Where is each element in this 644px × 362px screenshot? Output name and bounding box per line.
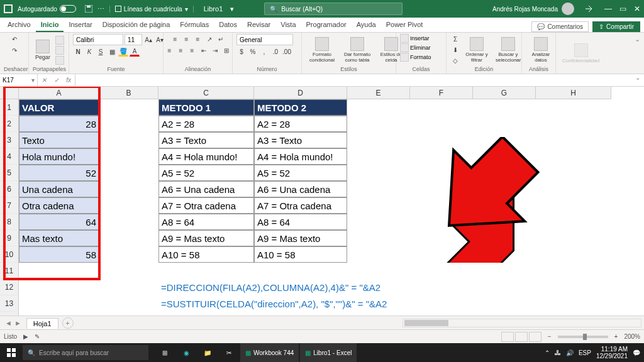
indent-dec-icon[interactable]: ⇤ — [199, 45, 209, 55]
explorer-icon[interactable]: 📁 — [197, 343, 218, 362]
paste-button[interactable]: Pegar — [33, 38, 53, 62]
conditional-format-button[interactable]: Formato condicional — [306, 36, 338, 64]
fx-icon[interactable]: fx — [66, 77, 71, 84]
col-header-C[interactable]: C — [158, 87, 254, 99]
redo-button[interactable]: ↷ — [9, 45, 19, 55]
ribbon-mode-icon[interactable] — [584, 4, 593, 13]
cell-C12[interactable]: =DIRECCION(FILA(A2),COLUMNA(A2),4)&" = "… — [158, 279, 473, 295]
col-header-E[interactable]: E — [347, 87, 410, 99]
analyze-data-button[interactable]: Analizar datos — [526, 36, 556, 64]
tray-up-icon[interactable]: ⌃ — [545, 349, 550, 356]
accessibility-icon[interactable]: ✎ — [35, 333, 40, 340]
menu-tab-inicio[interactable]: Inicio — [36, 18, 64, 32]
font-color-icon[interactable]: A — [130, 47, 140, 57]
col-header-F[interactable]: F — [410, 87, 473, 99]
cell-C8[interactable]: A8 = 64 — [158, 214, 254, 230]
format-cells-button[interactable]: Formato — [400, 53, 431, 62]
close-button[interactable]: ✕ — [634, 4, 640, 13]
cell-D3[interactable]: A3 = Texto — [254, 132, 347, 148]
col-header-H[interactable]: H — [536, 87, 611, 99]
notifications-icon[interactable]: 💬 — [633, 349, 640, 356]
network-icon[interactable]: 🖧 — [555, 349, 561, 356]
cell-C2[interactable]: A2 = 28 — [158, 116, 254, 132]
bold-button[interactable]: N — [73, 47, 83, 57]
normal-view-button[interactable] — [501, 332, 514, 342]
cell-A9[interactable]: Mas texto — [19, 230, 99, 246]
cell-C9[interactable]: A9 = Mas texto — [158, 230, 254, 246]
autosum-icon[interactable]: Σ — [450, 35, 460, 45]
menu-tab-vista[interactable]: Vista — [275, 18, 301, 32]
row-header-5[interactable]: 5 — [0, 165, 19, 181]
qat-more-icon[interactable]: ⋯ — [97, 5, 104, 13]
cell-D2[interactable]: A2 = 28 — [254, 116, 347, 132]
taskbar-excel-workbook[interactable]: ▦Workbook 744 — [240, 343, 299, 362]
inc-decimal-icon[interactable]: .0 — [270, 47, 280, 57]
orientation-icon[interactable]: ↗ — [204, 34, 214, 44]
zoom-out-button[interactable]: − — [548, 333, 552, 340]
sheet-tab-active[interactable]: Hoja1 — [26, 318, 58, 329]
menu-tab-insertar[interactable]: Insertar — [64, 18, 97, 32]
font-size-select[interactable] — [125, 34, 142, 45]
zoom-level[interactable]: 200% — [624, 333, 640, 340]
prev-sheet-icon[interactable]: ◄ — [5, 319, 12, 327]
italic-button[interactable]: K — [84, 47, 94, 57]
menu-tab-datos[interactable]: Datos — [214, 18, 242, 32]
cell-D4[interactable]: A4 = Hola mundo! — [254, 148, 347, 165]
cell-A3[interactable]: Texto — [19, 132, 99, 148]
zoom-in-button[interactable]: + — [614, 333, 618, 340]
expand-formula-icon[interactable]: ⌄ — [631, 74, 644, 86]
row-header-9[interactable]: 9 — [0, 230, 19, 246]
find-select-button[interactable]: Buscar y seleccionar — [493, 36, 523, 64]
clear-icon[interactable]: ◇ — [450, 56, 460, 66]
cell-A7[interactable]: Otra cadena — [19, 197, 99, 214]
cell-C4[interactable]: A4 = Hola mundo! — [158, 148, 254, 165]
col-header-D[interactable]: D — [254, 87, 347, 99]
row-header-10[interactable]: 10 — [0, 246, 19, 263]
taskbar-search[interactable]: 🔍 Escribe aquí para buscar — [23, 345, 148, 360]
horizontal-scrollbar[interactable] — [402, 319, 641, 327]
menu-tab-fórmulas[interactable]: Fórmulas — [175, 18, 214, 32]
menu-tab-programador[interactable]: Programador — [301, 18, 352, 32]
doc-dropdown-icon[interactable]: ▾ — [230, 5, 234, 13]
maximize-button[interactable]: ▭ — [619, 4, 626, 13]
align-bot-icon[interactable]: ≡ — [193, 34, 203, 44]
format-painter-icon[interactable] — [55, 56, 64, 65]
collapse-ribbon-icon[interactable]: ⌄ — [631, 33, 644, 74]
cell-C5[interactable]: A5 = 52 — [158, 165, 254, 181]
menu-tab-revisar[interactable]: Revisar — [242, 18, 275, 32]
page-layout-button[interactable] — [515, 332, 528, 342]
cell-C6[interactable]: A6 = Una cadena — [158, 181, 254, 197]
snip-icon[interactable]: ✂ — [219, 343, 239, 362]
wrap-text-icon[interactable]: ↵ — [216, 34, 226, 44]
gridlines-dropdown[interactable]: Líneas de cuadrícula ▾ — [109, 6, 194, 13]
cell-D1[interactable]: METODO 2 — [254, 99, 347, 116]
align-center-icon[interactable]: ≡ — [176, 45, 186, 55]
fill-color-icon[interactable]: 🪣 — [118, 47, 128, 57]
share-button[interactable]: ⇪ Compartir — [592, 21, 640, 32]
undo-button[interactable]: ↶ — [9, 34, 19, 44]
row-header-11[interactable]: 11 — [0, 263, 19, 279]
indent-inc-icon[interactable]: ⇥ — [210, 45, 220, 55]
cell-C1[interactable]: METODO 1 — [158, 99, 254, 116]
clock[interactable]: 11:19 AM 12/29/2021 — [596, 346, 628, 359]
number-format-select[interactable] — [236, 34, 293, 45]
sort-filter-button[interactable]: Ordenar y filtrar — [463, 36, 491, 64]
cell-C3[interactable]: A3 = Texto — [158, 132, 254, 148]
underline-button[interactable]: S — [96, 47, 106, 57]
cell-A10[interactable]: 58 — [19, 246, 99, 263]
border-icon[interactable]: ▦ — [107, 47, 117, 57]
merge-icon[interactable]: ⊞ — [221, 45, 231, 55]
cell-D5[interactable]: A5 = 52 — [254, 165, 347, 181]
align-left-icon[interactable]: ≡ — [165, 45, 175, 55]
cell-D9[interactable]: A9 = Mas texto — [254, 230, 347, 246]
cancel-formula-icon[interactable]: ✕ — [42, 77, 47, 84]
edge-icon[interactable]: ◉ — [176, 343, 196, 362]
cell-C13[interactable]: =SUSTITUIR(CELDA("direccion",A2), "$",""… — [158, 295, 473, 312]
row-header-13[interactable]: 13 — [0, 295, 19, 312]
cell-D10[interactable]: A10 = 58 — [254, 246, 347, 263]
search-box[interactable]: 🔍 Buscar (Alt+Q) — [264, 3, 402, 15]
cell-A6[interactable]: Una cadena — [19, 181, 99, 197]
worksheet[interactable]: ABCDEFGH 1234567891011121314 VALOR28Text… — [0, 87, 644, 315]
cell-A4[interactable]: Hola mundo! — [19, 148, 99, 165]
cell-D8[interactable]: A8 = 64 — [254, 214, 347, 230]
